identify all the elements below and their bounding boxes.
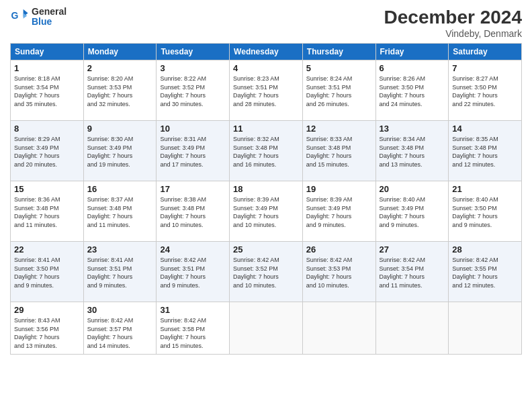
day-number: 2: [87, 63, 153, 73]
calendar-table: SundayMondayTuesdayWednesdayThursdayFrid…: [10, 43, 522, 355]
calendar-cell: 19Sunrise: 8:39 AM Sunset: 3:49 PM Dayli…: [302, 181, 375, 242]
svg-text:G: G: [11, 10, 18, 21]
calendar-cell: 8Sunrise: 8:29 AM Sunset: 3:49 PM Daylig…: [11, 121, 84, 181]
logo: G General Blue: [10, 7, 66, 28]
day-number: 23: [87, 244, 153, 255]
calendar-cell: 9Sunrise: 8:30 AM Sunset: 3:49 PM Daylig…: [83, 121, 157, 181]
calendar-cell: 3Sunrise: 8:22 AM Sunset: 3:52 PM Daylig…: [157, 60, 230, 121]
calendar-cell: 24Sunrise: 8:42 AM Sunset: 3:51 PM Dayli…: [157, 242, 230, 302]
day-number: 1: [14, 63, 80, 73]
calendar-cell: 12Sunrise: 8:33 AM Sunset: 3:48 PM Dayli…: [302, 121, 375, 181]
logo-icon: G: [10, 7, 29, 26]
day-number: 9: [87, 124, 153, 134]
calendar-cell: 10Sunrise: 8:31 AM Sunset: 3:49 PM Dayli…: [157, 121, 230, 181]
calendar-cell: 28Sunrise: 8:42 AM Sunset: 3:55 PM Dayli…: [449, 242, 522, 302]
calendar-cell: 5Sunrise: 8:24 AM Sunset: 3:51 PM Daylig…: [302, 60, 375, 121]
day-number: 24: [160, 244, 226, 255]
day-number: 12: [306, 124, 372, 134]
day-number: 15: [14, 184, 80, 194]
day-info: Sunrise: 8:42 AM Sunset: 3:51 PM Dayligh…: [160, 256, 226, 289]
day-info: Sunrise: 8:42 AM Sunset: 3:54 PM Dayligh…: [380, 256, 445, 289]
header-sunday: Sunday: [11, 44, 84, 60]
calendar-cell: [302, 302, 375, 355]
header-monday: Monday: [83, 44, 157, 60]
day-info: Sunrise: 8:42 AM Sunset: 3:53 PM Dayligh…: [306, 256, 372, 289]
calendar-cell: [230, 302, 303, 355]
day-number: 28: [452, 244, 518, 255]
day-number: 7: [452, 63, 518, 73]
calendar-cell: 11Sunrise: 8:32 AM Sunset: 3:48 PM Dayli…: [230, 121, 303, 181]
day-number: 6: [380, 63, 445, 73]
calendar-cell: [449, 302, 522, 355]
day-info: Sunrise: 8:39 AM Sunset: 3:49 PM Dayligh…: [306, 195, 372, 229]
day-info: Sunrise: 8:23 AM Sunset: 3:51 PM Dayligh…: [233, 75, 299, 108]
day-number: 25: [233, 244, 299, 255]
day-info: Sunrise: 8:34 AM Sunset: 3:48 PM Dayligh…: [380, 135, 445, 169]
header: G General Blue December 2024 Vindeby, De…: [10, 7, 522, 39]
day-number: 19: [306, 184, 372, 194]
day-info: Sunrise: 8:42 AM Sunset: 3:52 PM Dayligh…: [233, 256, 299, 289]
title-block: December 2024 Vindeby, Denmark: [384, 7, 522, 39]
calendar-cell: 16Sunrise: 8:37 AM Sunset: 3:48 PM Dayli…: [83, 181, 157, 242]
day-info: Sunrise: 8:30 AM Sunset: 3:49 PM Dayligh…: [87, 135, 153, 169]
day-info: Sunrise: 8:42 AM Sunset: 3:58 PM Dayligh…: [160, 316, 226, 350]
day-info: Sunrise: 8:29 AM Sunset: 3:49 PM Dayligh…: [14, 135, 80, 169]
header-friday: Friday: [375, 44, 449, 60]
header-saturday: Saturday: [449, 44, 522, 60]
calendar-cell: 23Sunrise: 8:41 AM Sunset: 3:51 PM Dayli…: [83, 242, 157, 302]
day-number: 29: [14, 305, 80, 315]
day-info: Sunrise: 8:20 AM Sunset: 3:53 PM Dayligh…: [87, 75, 153, 108]
calendar-cell: 4Sunrise: 8:23 AM Sunset: 3:51 PM Daylig…: [230, 60, 303, 121]
day-info: Sunrise: 8:31 AM Sunset: 3:49 PM Dayligh…: [160, 135, 226, 169]
day-number: 8: [14, 124, 80, 134]
calendar-cell: 20Sunrise: 8:40 AM Sunset: 3:49 PM Dayli…: [375, 181, 449, 242]
calendar-cell: 25Sunrise: 8:42 AM Sunset: 3:52 PM Dayli…: [230, 242, 303, 302]
logo-text: General Blue: [32, 7, 66, 28]
header-wednesday: Wednesday: [230, 44, 303, 60]
day-info: Sunrise: 8:36 AM Sunset: 3:48 PM Dayligh…: [14, 195, 80, 229]
day-info: Sunrise: 8:41 AM Sunset: 3:51 PM Dayligh…: [87, 256, 153, 289]
day-number: 16: [87, 184, 153, 194]
day-info: Sunrise: 8:32 AM Sunset: 3:48 PM Dayligh…: [233, 135, 299, 169]
day-info: Sunrise: 8:37 AM Sunset: 3:48 PM Dayligh…: [87, 195, 153, 229]
day-info: Sunrise: 8:42 AM Sunset: 3:57 PM Dayligh…: [87, 316, 153, 350]
day-info: Sunrise: 8:24 AM Sunset: 3:51 PM Dayligh…: [306, 75, 372, 108]
day-info: Sunrise: 8:18 AM Sunset: 3:54 PM Dayligh…: [14, 75, 80, 108]
day-number: 21: [452, 184, 518, 194]
day-number: 27: [380, 244, 445, 255]
day-info: Sunrise: 8:26 AM Sunset: 3:50 PM Dayligh…: [380, 75, 445, 108]
month-title: December 2024: [384, 7, 522, 28]
day-number: 14: [452, 124, 518, 134]
calendar-week-4: 22Sunrise: 8:41 AM Sunset: 3:50 PM Dayli…: [11, 242, 522, 302]
day-info: Sunrise: 8:41 AM Sunset: 3:50 PM Dayligh…: [14, 256, 80, 289]
calendar-cell: 2Sunrise: 8:20 AM Sunset: 3:53 PM Daylig…: [83, 60, 157, 121]
day-number: 11: [233, 124, 299, 134]
day-number: 10: [160, 124, 226, 134]
day-info: Sunrise: 8:40 AM Sunset: 3:50 PM Dayligh…: [452, 195, 518, 229]
calendar-cell: 1Sunrise: 8:18 AM Sunset: 3:54 PM Daylig…: [11, 60, 84, 121]
calendar-cell: 6Sunrise: 8:26 AM Sunset: 3:50 PM Daylig…: [375, 60, 449, 121]
calendar-cell: 27Sunrise: 8:42 AM Sunset: 3:54 PM Dayli…: [375, 242, 449, 302]
calendar-cell: 13Sunrise: 8:34 AM Sunset: 3:48 PM Dayli…: [375, 121, 449, 181]
calendar-header-row: SundayMondayTuesdayWednesdayThursdayFrid…: [11, 44, 522, 60]
day-info: Sunrise: 8:42 AM Sunset: 3:55 PM Dayligh…: [452, 256, 518, 289]
day-info: Sunrise: 8:27 AM Sunset: 3:50 PM Dayligh…: [452, 75, 518, 108]
header-thursday: Thursday: [302, 44, 375, 60]
calendar-cell: 15Sunrise: 8:36 AM Sunset: 3:48 PM Dayli…: [11, 181, 84, 242]
day-info: Sunrise: 8:33 AM Sunset: 3:48 PM Dayligh…: [306, 135, 372, 169]
calendar-cell: 14Sunrise: 8:35 AM Sunset: 3:48 PM Dayli…: [449, 121, 522, 181]
day-number: 13: [380, 124, 445, 134]
page: G General Blue December 2024 Vindeby, De…: [0, 0, 532, 411]
calendar-week-3: 15Sunrise: 8:36 AM Sunset: 3:48 PM Dayli…: [11, 181, 522, 242]
day-info: Sunrise: 8:40 AM Sunset: 3:49 PM Dayligh…: [380, 195, 445, 229]
day-info: Sunrise: 8:39 AM Sunset: 3:49 PM Dayligh…: [233, 195, 299, 229]
day-number: 20: [380, 184, 445, 194]
calendar-cell: [375, 302, 449, 355]
day-number: 18: [233, 184, 299, 194]
day-number: 4: [233, 63, 299, 73]
day-number: 5: [306, 63, 372, 73]
calendar-cell: 21Sunrise: 8:40 AM Sunset: 3:50 PM Dayli…: [449, 181, 522, 242]
calendar-cell: 26Sunrise: 8:42 AM Sunset: 3:53 PM Dayli…: [302, 242, 375, 302]
calendar-cell: 17Sunrise: 8:38 AM Sunset: 3:48 PM Dayli…: [157, 181, 230, 242]
calendar-cell: 31Sunrise: 8:42 AM Sunset: 3:58 PM Dayli…: [157, 302, 230, 355]
